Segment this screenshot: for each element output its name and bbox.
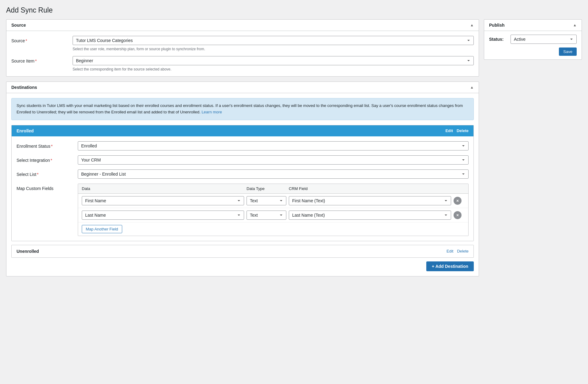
add-destination-button[interactable]: + Add Destination xyxy=(426,261,474,271)
field-data-type-select-2[interactable]: Text xyxy=(247,211,286,220)
source-select[interactable]: Tutor LMS Course Categories xyxy=(73,36,474,45)
enrolled-delete-button[interactable]: Delete xyxy=(457,128,469,133)
side-column: Publish ▲ Status: Active Inactive Save xyxy=(484,19,582,60)
select-list-row: Select List* Beginner - Enrolled List xyxy=(17,169,469,179)
destinations-footer: + Add Destination xyxy=(11,258,474,271)
map-field-row-1: First Name Text First Name (Text) xyxy=(78,194,468,208)
field-crm-select-1[interactable]: First Name (Text) xyxy=(289,196,451,205)
source-item-select[interactable]: Beginner xyxy=(73,56,474,65)
select-list-required: * xyxy=(37,172,39,177)
field-crm-select-2[interactable]: Last Name (Text) xyxy=(289,211,451,220)
source-item-control-wrap: Beginner Select the corresponding item f… xyxy=(73,56,474,71)
destinations-card-body: Sync students in Tutor LMS with your ema… xyxy=(6,93,479,276)
source-control-wrap: Tutor LMS Course Categories Select the u… xyxy=(73,36,474,51)
learn-more-link[interactable]: Learn more xyxy=(202,110,222,114)
fields-header-data-type: Data Type xyxy=(247,186,286,191)
select-integration-row: Select Integration* Your CRM xyxy=(17,155,469,165)
field-data-select-2[interactable]: Last Name xyxy=(82,211,244,220)
map-custom-fields-wrap: Data Data Type CRM Field First Name xyxy=(78,184,469,236)
fields-header-data: Data xyxy=(82,186,244,191)
source-card-body: Source* Tutor LMS Course Categories Sele… xyxy=(6,31,479,76)
source-label: Source* xyxy=(11,36,73,43)
source-item-required: * xyxy=(35,59,36,63)
map-custom-fields-label: Map Custom Fields xyxy=(17,184,78,191)
unenrolled-actions: Edit Delete xyxy=(447,249,469,253)
source-item-label: Source Item* xyxy=(11,56,73,63)
enrolled-header-actions: Edit Delete xyxy=(445,128,469,133)
enrolled-label: Enrolled xyxy=(17,128,34,133)
unenrolled-delete-button[interactable]: Delete xyxy=(457,249,469,253)
destinations-card: Destinations ▲ Sync students in Tutor LM… xyxy=(6,82,479,276)
publish-status-row: Status: Active Inactive xyxy=(489,35,577,44)
publish-card-header: Publish ▲ xyxy=(484,20,582,31)
destinations-info-text: Sync students in Tutor LMS with your ema… xyxy=(17,103,463,114)
source-item-field-row: Source Item* Beginner Select the corresp… xyxy=(11,56,474,71)
publish-card-body: Status: Active Inactive Save xyxy=(484,31,582,59)
map-fields-footer: Map Another Field xyxy=(78,222,468,236)
publish-card: Publish ▲ Status: Active Inactive Save xyxy=(484,19,582,60)
source-help-text: Select the user role, membership plan, f… xyxy=(73,47,474,51)
select-integration-select[interactable]: Your CRM xyxy=(78,155,469,165)
unenrolled-edit-button[interactable]: Edit xyxy=(447,249,453,253)
select-integration-label: Select Integration* xyxy=(17,155,78,163)
map-field-row-2: Last Name Text Last Name (Text) xyxy=(78,208,468,222)
enrollment-status-required: * xyxy=(51,144,53,149)
field-data-type-select-1[interactable]: Text xyxy=(247,196,286,205)
unenrolled-destination-block: Unenrolled Edit Delete xyxy=(11,245,474,258)
select-integration-required: * xyxy=(51,158,52,163)
source-card: Source ▲ Source* Tutor LMS Course Catego… xyxy=(6,19,479,77)
source-field-row: Source* Tutor LMS Course Categories Sele… xyxy=(11,36,474,51)
enrolled-destination-block: Enrolled Edit Delete Enrollment Status* xyxy=(11,125,474,241)
fields-header-crm-field: CRM Field xyxy=(289,186,451,191)
source-item-help-text: Select the corresponding item for the so… xyxy=(73,67,474,71)
enrolled-body: Enrollment Status* Enrolled Select Integ… xyxy=(12,136,473,241)
fields-header-remove xyxy=(454,186,465,191)
source-required: * xyxy=(25,38,27,43)
map-another-field-button[interactable]: Map Another Field xyxy=(82,225,122,233)
select-integration-control-wrap: Your CRM xyxy=(78,155,469,165)
destinations-collapse-icon[interactable]: ▲ xyxy=(470,85,474,89)
source-card-header: Source ▲ xyxy=(6,20,479,31)
save-button[interactable]: Save xyxy=(559,48,577,56)
publish-status-select[interactable]: Active Inactive xyxy=(511,35,577,44)
enrollment-status-control-wrap: Enrolled xyxy=(78,141,469,150)
destinations-card-header: Destinations ▲ xyxy=(6,82,479,93)
unenrolled-label: Unenrolled xyxy=(17,249,39,254)
enrollment-status-row: Enrollment Status* Enrolled xyxy=(17,141,469,150)
source-collapse-icon[interactable]: ▲ xyxy=(470,23,474,27)
map-fields-table: Data Data Type CRM Field First Name xyxy=(78,184,469,236)
select-list-control-wrap: Beginner - Enrolled List xyxy=(78,169,469,179)
field-remove-button-1[interactable]: × xyxy=(454,197,462,205)
publish-status-label: Status: xyxy=(489,37,507,42)
select-list-label: Select List* xyxy=(17,169,78,177)
publish-collapse-icon[interactable]: ▲ xyxy=(573,23,577,27)
publish-card-title: Publish xyxy=(489,23,505,28)
field-data-select-1[interactable]: First Name xyxy=(82,196,244,205)
map-custom-fields-row: Map Custom Fields Data Data Type CRM Fie… xyxy=(17,184,469,236)
enrolled-header: Enrolled Edit Delete xyxy=(12,125,473,136)
map-fields-header: Data Data Type CRM Field xyxy=(78,184,468,194)
enrollment-status-select[interactable]: Enrolled xyxy=(78,141,469,150)
source-card-title: Source xyxy=(11,23,26,28)
field-remove-button-2[interactable]: × xyxy=(454,211,462,219)
enrolled-edit-button[interactable]: Edit xyxy=(445,128,453,133)
page-title: Add Sync Rule xyxy=(6,6,582,14)
enrollment-status-label: Enrollment Status* xyxy=(17,141,78,149)
destinations-info-box: Sync students in Tutor LMS with your ema… xyxy=(11,98,474,120)
destinations-card-title: Destinations xyxy=(11,85,37,90)
select-list-select[interactable]: Beginner - Enrolled List xyxy=(78,169,469,179)
